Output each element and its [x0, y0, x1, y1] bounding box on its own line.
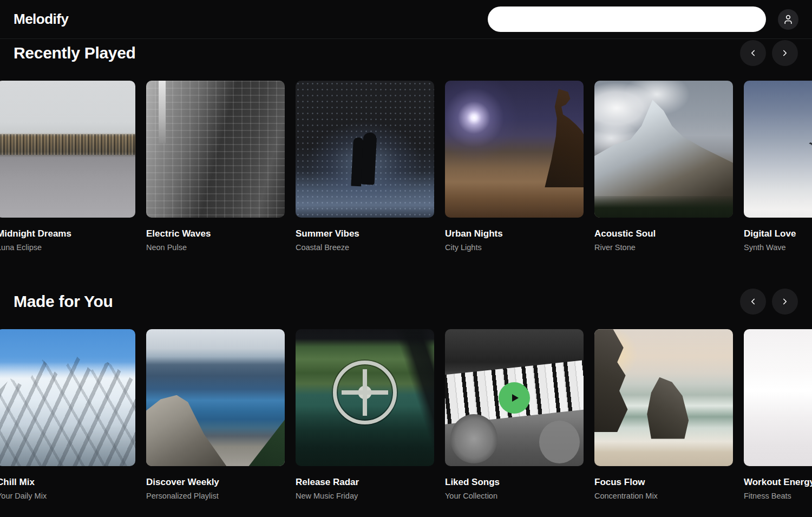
- playlist-card[interactable]: Digital Love Synth Wave: [744, 81, 812, 252]
- card-title: Chill Mix: [0, 477, 135, 488]
- card-subtitle: New Music Friday: [296, 492, 434, 501]
- card-subtitle: Concentration Mix: [594, 492, 733, 501]
- card-title: Discover Weekly: [146, 477, 285, 488]
- playlist-card[interactable]: Release Radar New Music Friday: [296, 329, 434, 500]
- card-title: Electric Waves: [146, 228, 285, 239]
- card-subtitle: Neon Pulse: [146, 243, 285, 252]
- album-art: [594, 329, 733, 466]
- album-art: [594, 81, 733, 218]
- card-title: Digital Love: [744, 228, 812, 239]
- card-subtitle: City Lights: [445, 243, 584, 252]
- section-title: Recently Played: [14, 44, 136, 62]
- playlist-card[interactable]: Liked Songs Your Collection: [445, 329, 584, 500]
- playlist-card[interactable]: Chill Mix Your Daily Mix: [0, 329, 135, 500]
- play-icon: [508, 391, 521, 404]
- main-content: Recently Played Midnight Dreams Luna Ecl…: [0, 41, 812, 500]
- card-row: Chill Mix Your Daily Mix Discover Weekly…: [0, 329, 812, 500]
- playlist-card[interactable]: Workout Energy Fitness Beats: [744, 329, 812, 500]
- section: Made for You Chill Mix Your Daily Mix: [0, 290, 812, 500]
- chevron-left-icon: [748, 297, 758, 306]
- card-subtitle: Personalized Playlist: [146, 492, 285, 501]
- user-icon: [783, 14, 794, 25]
- carousel-nav: [740, 289, 798, 315]
- carousel-prev-button[interactable]: [740, 289, 766, 315]
- playlist-card[interactable]: Summer Vibes Coastal Breeze: [296, 81, 434, 252]
- playlist-card[interactable]: Acoustic Soul River Stone: [594, 81, 733, 252]
- playlist-card[interactable]: Urban Nights City Lights: [445, 81, 584, 252]
- topbar-right: [488, 6, 798, 32]
- card-title: Acoustic Soul: [594, 228, 733, 239]
- album-art: [0, 329, 135, 466]
- card-title: Midnight Dreams: [0, 228, 135, 239]
- card-title: Urban Nights: [445, 228, 584, 239]
- playlist-card[interactable]: Electric Waves Neon Pulse: [146, 81, 285, 252]
- card-title: Focus Flow: [594, 477, 733, 488]
- album-art: [146, 329, 285, 466]
- section-title: Made for You: [14, 292, 113, 311]
- section: Recently Played Midnight Dreams Luna Ecl…: [0, 41, 812, 252]
- album-art: [744, 329, 812, 466]
- card-subtitle: Your Collection: [445, 492, 584, 501]
- carousel-prev-button[interactable]: [740, 40, 766, 66]
- profile-button[interactable]: [778, 9, 798, 30]
- play-button[interactable]: [499, 382, 530, 414]
- playlist-card[interactable]: Discover Weekly Personalized Playlist: [146, 329, 285, 500]
- album-art: [0, 81, 135, 218]
- card-subtitle: Luna Eclipse: [0, 243, 135, 252]
- search-input[interactable]: [488, 6, 766, 32]
- card-subtitle: River Stone: [594, 243, 733, 252]
- album-art: [296, 81, 434, 218]
- card-row: Midnight Dreams Luna Eclipse Electric Wa…: [0, 81, 812, 252]
- card-title: Release Radar: [296, 477, 434, 488]
- card-subtitle: Synth Wave: [744, 243, 812, 252]
- chevron-right-icon: [780, 48, 790, 58]
- section-header: Made for You: [0, 290, 812, 313]
- card-subtitle: Coastal Breeze: [296, 243, 434, 252]
- album-art: [744, 81, 812, 218]
- album-art: [445, 81, 584, 218]
- carousel-next-button[interactable]: [772, 289, 798, 315]
- album-art: [146, 81, 285, 218]
- chevron-right-icon: [780, 297, 790, 306]
- chevron-left-icon: [748, 48, 758, 58]
- app-logo: Melodify: [14, 11, 68, 28]
- playlist-card[interactable]: Midnight Dreams Luna Eclipse: [0, 81, 135, 252]
- play-overlay: [445, 329, 584, 466]
- section-header: Recently Played: [0, 41, 812, 65]
- card-subtitle: Fitness Beats: [744, 492, 812, 501]
- album-art: [445, 329, 584, 466]
- card-title: Summer Vibes: [296, 228, 434, 239]
- card-subtitle: Your Daily Mix: [0, 492, 135, 501]
- carousel-next-button[interactable]: [772, 40, 798, 66]
- album-art: [296, 329, 434, 466]
- topbar: Melodify: [0, 0, 812, 39]
- carousel-nav: [740, 40, 798, 66]
- card-title: Workout Energy: [744, 477, 812, 488]
- playlist-card[interactable]: Focus Flow Concentration Mix: [594, 329, 733, 500]
- card-title: Liked Songs: [445, 477, 584, 488]
